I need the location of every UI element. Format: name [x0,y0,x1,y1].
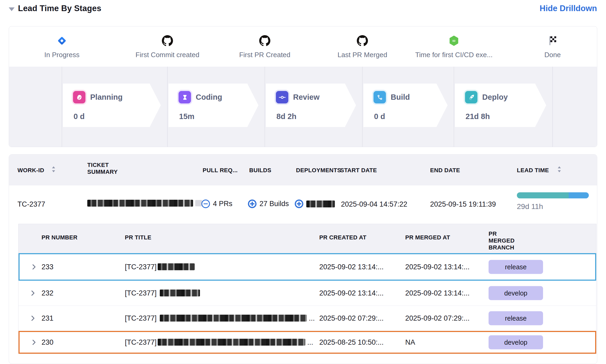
stage-duration: 8d 2h [276,112,297,121]
work-item-row[interactable]: TC-2377 4 PRs 27 Builds 2025-09-04 14:57… [9,185,597,224]
pr-merged-at: NA [405,338,415,347]
jira-icon [14,34,110,47]
pr-table: PR NUMBER PR TITLE PR CREATED AT PR MERG… [18,224,596,354]
deployments-cell[interactable] [294,199,335,208]
work-items-table-card: WORK-ID TICKET SUMMARY PULL REQ... BUILD… [9,154,597,364]
sort-icon[interactable] [557,165,561,174]
plus-circle-icon [248,199,257,208]
github-icon [217,34,312,47]
grid-line [62,67,62,147]
stage-zone: Planning 0 d Coding 15m Review 8d 2h [9,67,597,147]
grid-line [552,67,553,147]
pr-created-at: 2025-09-02 13:14:... [319,289,384,297]
cicd-icon: ∞ [406,34,502,47]
col-ticket-summary: TICKET SUMMARY [87,162,124,175]
branch-badge: develop [489,335,543,349]
branch-badge: release [489,311,543,325]
col-builds: BUILDS [249,167,271,174]
github-icon [315,34,410,47]
rocket-icon [465,91,477,103]
pipeline-branch-icon [373,91,386,103]
work-table-header: WORK-ID TICKET SUMMARY PULL REQ... BUILD… [9,154,597,185]
col-start-date: START DATE [340,167,377,174]
planning-leaf-icon [73,91,85,103]
stage-planning: Planning 0 d [63,84,161,127]
stage-duration: 0 d [74,112,85,121]
github-icon [120,34,215,47]
milestone-cicd: ∞ Time for first CI/CD exe... [406,34,502,59]
commit-icon [276,91,288,103]
chevron-right-icon[interactable] [29,315,37,322]
builds-cell[interactable]: 27 Builds [248,199,289,208]
col-pr-number: PR NUMBER [42,234,78,241]
col-pr-merged-at: PR MERGED AT [405,234,450,241]
pr-number: 230 [42,338,53,347]
col-lead-time: LEAD TIME [517,167,549,174]
stage-coding: Coding 15m [168,84,258,127]
svg-text:∞: ∞ [452,38,456,43]
start-date: 2025-09-04 14:57:22 [341,200,407,208]
lead-time-bar [517,192,589,198]
pr-row-233[interactable]: 233 [TC-2377] 2025-09-02 13:14:... 2025-… [19,253,596,281]
minus-circle-icon [201,199,210,208]
sort-icon[interactable] [52,165,56,174]
ticket-summary-redacted [87,199,202,207]
lead-time-value: 29d 11h [517,202,543,211]
pr-row-230[interactable]: 230 [TC-2377] ... 2025-08-25 10:50:... N… [19,331,596,354]
pull-requests-cell[interactable]: 4 PRs [201,199,233,208]
work-id: TC-2377 [17,200,45,208]
branch-badge: develop [489,286,543,300]
pr-merged-at: 2025-09-02 07:29:... [405,314,470,322]
stage-deploy: Deploy 21d 8h [455,84,546,127]
stage-review: Review 8d 2h [266,84,356,127]
hide-drilldown-link[interactable]: Hide Drilldown [540,4,597,13]
pr-created-at: 2025-09-02 13:14:... [319,263,384,271]
pr-created-at: 2025-08-25 10:50:... [319,338,384,347]
page-title: Lead Time By Stages [18,4,101,13]
pr-number: 232 [42,289,53,297]
hourglass-icon [179,91,191,103]
stage-duration: 21d 8h [466,112,490,121]
pr-number: 233 [42,263,53,271]
grid-line [454,67,454,147]
pr-merged-at: 2025-09-02 13:14:... [405,263,470,271]
col-pr-title: PR TITLE [125,234,151,241]
deployments-redacted [306,201,335,207]
pr-created-at: 2025-09-02 07:29:... [319,314,384,322]
pr-table-header: PR NUMBER PR TITLE PR CREATED AT PR MERG… [19,224,596,253]
drilldown-header: Lead Time By Stages Hide Drilldown [0,0,606,24]
milestone-in-progress: In Progress [14,34,110,59]
chevron-right-icon[interactable] [29,289,37,297]
col-end-date: END DATE [430,167,460,174]
stage-duration: 15m [179,112,194,121]
pr-title: [TC-2377] ... [125,314,315,322]
pr-title: [TC-2377] [125,289,200,297]
milestone-first-commit: First Commit created [120,34,215,59]
pr-number: 231 [42,314,53,322]
grid-line [265,67,265,147]
pr-row-232[interactable]: 232 [TC-2377] 2025-09-02 13:14:... 2025-… [19,281,596,306]
pr-title: [TC-2377] ... [125,338,313,347]
branch-badge: release [489,260,543,274]
checkered-flag-icon [505,34,597,47]
pr-title: [TC-2377] [125,263,195,271]
lead-time-pipeline-card: In Progress First Commit created First P… [9,26,597,147]
pr-merged-at: 2025-09-02 13:14:... [405,289,470,297]
col-pr-merged-branch: PR MERGED BRANCH [489,230,523,251]
col-pr-created-at: PR CREATED AT [319,234,366,241]
milestone-last-pr-merged: Last PR Merged [315,34,410,59]
grid-line [167,67,168,147]
stage-duration: 0 d [374,112,385,121]
chevron-right-icon[interactable] [30,339,38,346]
pr-row-231[interactable]: 231 [TC-2377] ... 2025-09-02 07:29:... 2… [19,306,596,331]
plus-circle-icon [294,199,304,208]
end-date: 2025-09-15 19:11:39 [430,200,496,208]
grid-line [362,67,363,147]
collapse-triangle-icon[interactable] [9,7,15,11]
col-work-id: WORK-ID [17,167,44,174]
col-pull-requests: PULL REQ... [203,167,238,174]
col-deployments: DEPLOYMENTS [296,167,341,174]
milestone-done: Done [505,34,597,59]
chevron-right-icon[interactable] [30,263,38,271]
milestone-first-pr: First PR Created [217,34,312,59]
